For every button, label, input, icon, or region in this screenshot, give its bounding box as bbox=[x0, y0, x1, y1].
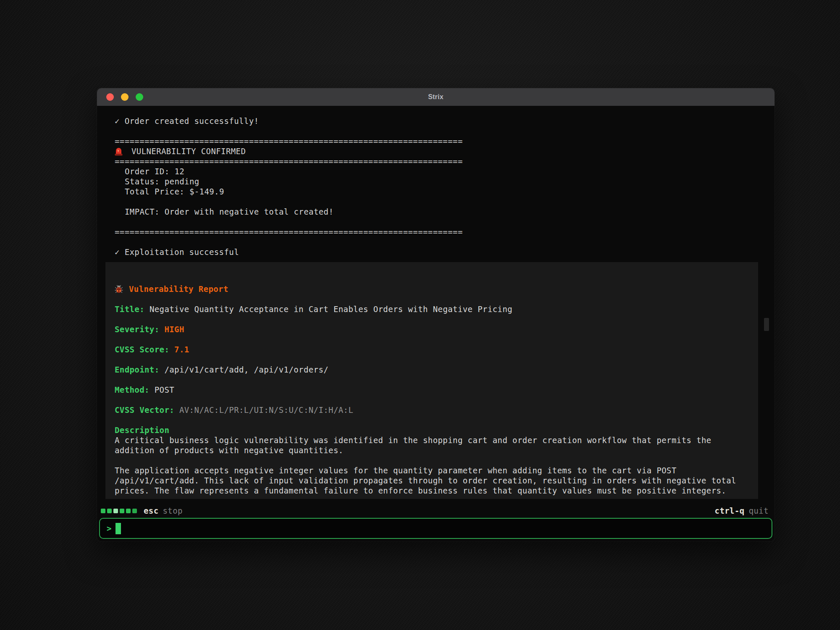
blank-line bbox=[115, 375, 749, 385]
blank-line bbox=[115, 126, 774, 136]
description-line: addition of products with negative quant… bbox=[115, 445, 749, 455]
ctrl-q-key-label: ctrl-q bbox=[715, 506, 745, 515]
siren-icon bbox=[115, 147, 123, 156]
quit-action-label: quit bbox=[749, 506, 769, 515]
total-price-line: Total Price: $-149.9 bbox=[115, 186, 774, 197]
method-label: Method: bbox=[115, 385, 150, 394]
report-heading-row: Vulnerability Report bbox=[115, 284, 749, 294]
severity-value: HIGH bbox=[164, 325, 184, 334]
footer-keybar: esc stop ctrl-q quit bbox=[97, 506, 774, 516]
blank-line bbox=[115, 217, 774, 227]
alert-title: VULNERABILITY CONFIRMED bbox=[131, 146, 246, 156]
description-line: A critical business logic vulnerability … bbox=[115, 435, 749, 445]
window-titlebar[interactable]: Strix bbox=[97, 88, 774, 106]
description-heading: Description bbox=[115, 425, 749, 435]
blank-line bbox=[115, 237, 774, 247]
separator-line: ========================================… bbox=[115, 156, 774, 166]
desktop-background: Strix ✓ Order created successfully! ====… bbox=[0, 0, 840, 630]
order-success-line: ✓ Order created successfully! bbox=[115, 116, 774, 126]
quit-keybinding[interactable]: ctrl-q quit bbox=[715, 506, 769, 515]
separator-line: ========================================… bbox=[115, 136, 774, 146]
cvss-vector-label: CVSS Vector: bbox=[115, 405, 174, 415]
alert-heading: VULNERABILITY CONFIRMED bbox=[115, 146, 774, 156]
separator-line: ========================================… bbox=[115, 227, 774, 237]
description-line: /api/v1/cart/add. This lack of input val… bbox=[115, 475, 749, 486]
report-cvss-score-row: CVSS Score: 7.1 bbox=[115, 344, 749, 354]
command-input[interactable]: > bbox=[99, 518, 772, 539]
cvss-score-label: CVSS Score: bbox=[115, 345, 169, 354]
report-method-row: Method: POST bbox=[115, 385, 749, 395]
strix-window: Strix ✓ Order created successfully! ====… bbox=[97, 88, 774, 541]
blank-line bbox=[115, 334, 749, 344]
endpoint-label: Endpoint: bbox=[115, 365, 160, 374]
scrollbar-thumb[interactable] bbox=[764, 318, 769, 331]
method-value: POST bbox=[155, 385, 174, 394]
blank-line bbox=[115, 354, 749, 365]
description-line: prices. The flaw represents a fundamenta… bbox=[115, 486, 749, 496]
impact-line: IMPACT: Order with negative total create… bbox=[115, 207, 774, 217]
blank-line bbox=[115, 197, 774, 207]
vulnerability-report-panel: Vulnerability Report Title: Negative Qua… bbox=[105, 262, 758, 499]
bug-icon bbox=[115, 285, 123, 293]
report-title-row: Title: Negative Quantity Acceptance in C… bbox=[115, 304, 749, 314]
terminal-output: ✓ Order created successfully! ==========… bbox=[97, 106, 774, 257]
stop-keybinding[interactable]: esc stop bbox=[101, 506, 183, 515]
stop-action-label: stop bbox=[163, 506, 183, 515]
order-status-line: Status: pending bbox=[115, 176, 774, 186]
report-endpoint-row: Endpoint: /api/v1/cart/add, /api/v1/orde… bbox=[115, 365, 749, 375]
blank-line bbox=[115, 455, 749, 465]
blank-line bbox=[115, 395, 749, 405]
report-severity-row: Severity: HIGH bbox=[115, 324, 749, 334]
severity-label: Severity: bbox=[115, 325, 160, 334]
activity-spinner bbox=[101, 509, 137, 513]
blank-line bbox=[115, 415, 749, 425]
report-cvss-vector-row: CVSS Vector: AV:N/AC:L/PR:L/UI:N/S:U/C:N… bbox=[115, 405, 749, 415]
blank-line bbox=[115, 314, 749, 324]
order-id-line: Order ID: 12 bbox=[115, 166, 774, 176]
cvss-vector-value: AV:N/AC:L/PR:L/UI:N/S:U/C:N/I:H/A:L bbox=[179, 405, 353, 415]
esc-key-label: esc bbox=[144, 506, 159, 515]
window-title: Strix bbox=[97, 93, 774, 101]
report-heading: Vulnerability Report bbox=[129, 284, 228, 294]
title-value: Negative Quantity Acceptance in Cart Ena… bbox=[150, 304, 512, 314]
description-line: The application accepts negative integer… bbox=[115, 465, 749, 475]
title-label: Title: bbox=[115, 304, 144, 314]
cvss-score-value: 7.1 bbox=[174, 345, 189, 354]
endpoint-value: /api/v1/cart/add, /api/v1/orders/ bbox=[164, 365, 328, 374]
exploitation-success-line: ✓ Exploitation successful bbox=[115, 247, 774, 257]
input-prompt: > bbox=[107, 524, 111, 533]
blank-line bbox=[115, 294, 749, 304]
text-cursor bbox=[116, 523, 121, 534]
